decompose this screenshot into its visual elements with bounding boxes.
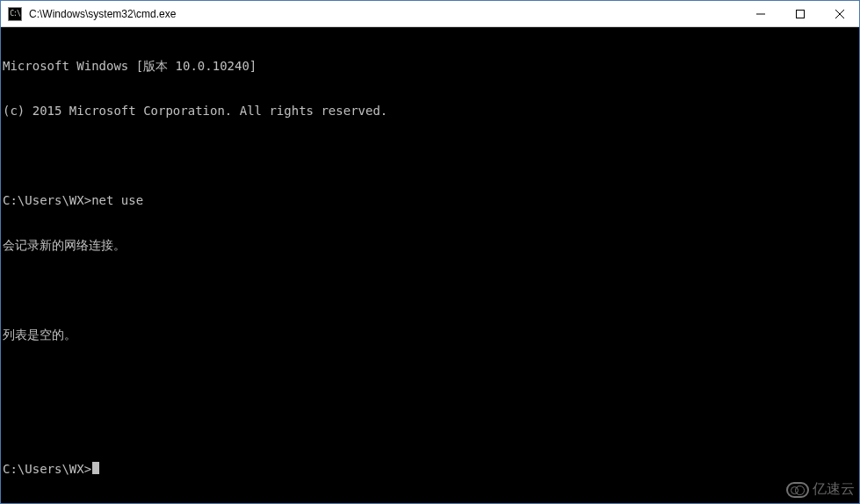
copyright-line: (c) 2015 Microsoft Corporation. All righ…	[3, 104, 857, 119]
blank-line	[3, 417, 857, 432]
blank-line	[3, 372, 857, 387]
command-text: net use	[91, 193, 143, 208]
terminal-area[interactable]: Microsoft Windows [版本 10.0.10240] (c) 20…	[1, 27, 859, 503]
titlebar[interactable]: C:\ C:\Windows\system32\cmd.exe	[1, 1, 859, 27]
cmd-window: C:\ C:\Windows\system32\cmd.exe Microsof…	[0, 0, 860, 504]
close-icon	[835, 10, 844, 18]
window-controls	[741, 1, 859, 26]
output-line: 会记录新的网络连接。	[3, 238, 857, 253]
window-title: C:\Windows\system32\cmd.exe	[27, 8, 741, 20]
minimize-icon	[756, 10, 765, 18]
prompt-path: C:\Users\WX>	[3, 462, 91, 477]
close-button[interactable]	[820, 1, 859, 26]
prompt-line: C:\Users\WX>	[3, 462, 857, 477]
minimize-button[interactable]	[741, 1, 780, 26]
svg-rect-1	[796, 10, 804, 18]
banner-line: Microsoft Windows [版本 10.0.10240]	[3, 59, 857, 74]
maximize-button[interactable]	[780, 1, 820, 26]
prompt-path: C:\Users\WX>	[3, 193, 91, 208]
blank-line	[3, 283, 857, 298]
maximize-icon	[796, 10, 805, 18]
cmd-icon: C:\	[8, 7, 22, 21]
output-line: 列表是空的。	[3, 328, 857, 342]
cursor	[92, 462, 99, 474]
prompt-line: C:\Users\WX>net use	[3, 193, 857, 208]
blank-line	[3, 148, 857, 163]
